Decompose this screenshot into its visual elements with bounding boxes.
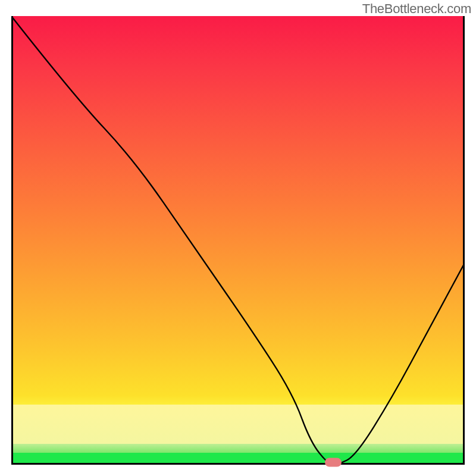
watermark-text: TheBottleneck.com bbox=[362, 1, 471, 17]
sweet-spot-marker bbox=[325, 458, 342, 467]
chart-stage: TheBottleneck.com bbox=[0, 0, 476, 476]
plot-area bbox=[11, 16, 465, 465]
